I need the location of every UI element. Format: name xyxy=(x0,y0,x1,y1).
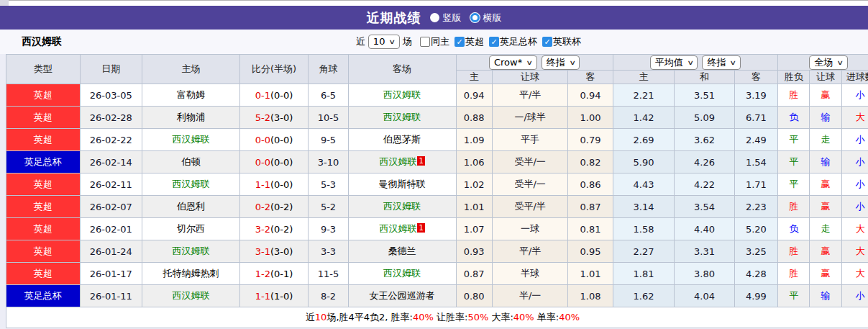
euro-draw-odds: 3.62 xyxy=(675,129,734,151)
result-handicap: 输 xyxy=(810,285,841,307)
home-team-cell: 伯恩利 xyxy=(142,196,240,218)
asia-away-odds: 1.08 xyxy=(568,285,613,307)
filter-checkbox[interactable] xyxy=(420,37,430,47)
result-goals: 大 xyxy=(841,240,868,263)
result-wdl: 胜 xyxy=(778,84,810,107)
away-team-name[interactable]: 西汉姆联 xyxy=(379,156,416,167)
result-wdl: 负 xyxy=(778,218,810,240)
league-badge-cell: 英超 xyxy=(6,263,81,285)
away-team-name[interactable]: 西汉姆联 xyxy=(383,89,421,100)
result-handicap: 输 xyxy=(810,151,841,173)
euro-draw-odds: 4.22 xyxy=(675,173,734,196)
away-team-name[interactable]: 女王公园巡游者 xyxy=(370,290,435,301)
fulltime-score: 5-2 xyxy=(255,112,270,123)
home-team-name[interactable]: 富勒姆 xyxy=(177,89,205,100)
asia-handicap-line: 受平/半 xyxy=(492,196,568,218)
fulltime-score: 0-1 xyxy=(255,90,270,101)
halftime-score: (0-1) xyxy=(270,269,293,279)
filter-checkbox[interactable]: ✓ xyxy=(454,37,465,47)
league-badge-cell: 英超 xyxy=(6,240,81,263)
halftime-score: (3-0) xyxy=(270,112,293,123)
match-date: 26-02-14 xyxy=(80,151,142,173)
col-header-score: 比分(半场) xyxy=(239,55,309,84)
away-team-name[interactable]: 西汉姆联 xyxy=(383,112,421,122)
home-team-name[interactable]: 伯顿 xyxy=(181,156,200,167)
scope-select[interactable]: 全场 ∨ xyxy=(809,55,848,70)
home-team-name[interactable]: 托特纳姆热刺 xyxy=(163,268,219,279)
summary-stat-label: 场,胜4平4负2, 胜率: xyxy=(326,312,413,323)
halftime-score: (0-0) xyxy=(270,135,293,145)
asia-away-odds: 0.79 xyxy=(568,129,613,151)
euro-home-odds: 1.58 xyxy=(613,218,674,240)
check-icon: ✓ xyxy=(544,38,550,46)
euro-away-odds: 2.23 xyxy=(734,196,777,218)
result-wdl-value: 胜 xyxy=(789,201,798,212)
asia-handicap-line: 平/半 xyxy=(492,84,568,107)
col-header-type: 类型 xyxy=(6,55,81,84)
table-row: 英足总杯26-02-14伯顿0-0(0-0)3-10西汉姆联11.06受半/一0… xyxy=(6,151,868,173)
away-team-name[interactable]: 曼彻斯特联 xyxy=(379,179,426,189)
filter-checkbox[interactable]: ✓ xyxy=(489,37,499,47)
result-goals-value: 小 xyxy=(856,201,865,212)
corner-cell: 3-3 xyxy=(309,240,348,263)
result-goals: 大 xyxy=(841,218,868,240)
euro-away-odds: 6.71 xyxy=(734,107,777,129)
home-team-name[interactable]: 利物浦 xyxy=(177,112,205,122)
score-cell: 3-2(0-2) xyxy=(239,218,309,240)
home-team-cell: 西汉姆联 xyxy=(142,173,240,196)
euro-company-select[interactable]: 平均值 ∨ xyxy=(650,55,698,70)
home-team-name[interactable]: 西汉姆联 xyxy=(172,290,209,301)
asia-home-odds: 0.88 xyxy=(456,107,492,129)
euro-away-odds: 3.25 xyxy=(734,240,777,263)
home-team-name[interactable]: 伯恩利 xyxy=(177,201,205,212)
home-team-name[interactable]: 西汉姆联 xyxy=(172,245,209,256)
home-team-cell: 西汉姆联 xyxy=(142,240,240,263)
away-team-name[interactable]: 伯恩茅斯 xyxy=(383,134,421,145)
corner-cell: 5-3 xyxy=(309,173,348,196)
home-team-name[interactable]: 切尔西 xyxy=(177,223,205,234)
euro-away-odds: 5.20 xyxy=(734,218,777,240)
euro-draw-odds: 3.80 xyxy=(675,263,734,285)
halftime-score: (0-0) xyxy=(270,179,293,190)
summary-stat-value: 40% xyxy=(559,312,580,323)
layout-radio-horizontal[interactable]: 横版 xyxy=(470,12,502,24)
euro-type-select[interactable]: 终指 ∨ xyxy=(702,55,741,70)
layout-radio-vertical[interactable]: 竖版 xyxy=(430,12,462,24)
sub-header-result-wdl: 胜负 xyxy=(778,71,810,84)
asia-handicap-line: 一球 xyxy=(492,218,568,240)
euro-draw-odds: 3.31 xyxy=(675,240,734,263)
result-scope-header: 全场 ∨ xyxy=(778,55,868,71)
corner-cell: 8-2 xyxy=(309,285,348,307)
away-team-name[interactable]: 西汉姆联 xyxy=(383,201,421,212)
results-tbody: 英超26-03-05富勒姆0-1(0-0)6-5西汉姆联0.94平/半0.942… xyxy=(6,84,868,307)
away-team-name[interactable]: 桑德兰 xyxy=(388,245,416,256)
result-wdl-value: 平 xyxy=(789,156,798,167)
result-handicap-value: 赢 xyxy=(821,268,830,279)
asia-home-odds: 1.01 xyxy=(456,196,492,218)
summary-text: 近10场,胜4平4负2, 胜率:40% 让胜率:50% 大率:40% 单率:40… xyxy=(306,312,580,323)
layout-radio-vertical-label: 竖版 xyxy=(443,12,462,24)
asia-company-select[interactable]: Crow* ∨ xyxy=(489,55,537,70)
home-team-name[interactable]: 西汉姆联 xyxy=(172,134,209,145)
asia-home-odds: 1.06 xyxy=(456,151,492,173)
score-cell: 1-2(0-1) xyxy=(239,263,309,285)
away-team-name[interactable]: 西汉姆联 xyxy=(379,223,416,234)
euro-home-odds: 3.14 xyxy=(613,196,674,218)
match-count-select[interactable]: 10 ∨ xyxy=(368,35,400,49)
euro-home-odds: 1.81 xyxy=(613,263,674,285)
result-handicap: 赢 xyxy=(810,84,841,107)
filter-checkbox[interactable]: ✓ xyxy=(542,37,552,47)
check-icon: ✓ xyxy=(490,38,497,46)
league-badge-cell: 英足总杯 xyxy=(6,285,81,307)
table-row: 英超26-03-05富勒姆0-1(0-0)6-5西汉姆联0.94平/半0.942… xyxy=(6,84,868,107)
fulltime-score: 3-1 xyxy=(255,246,270,257)
home-team-name[interactable]: 西汉姆联 xyxy=(172,179,209,189)
result-wdl: 胜 xyxy=(778,263,810,285)
euro-draw-odds: 4.40 xyxy=(675,218,734,240)
away-team-name[interactable]: 西汉姆联 xyxy=(383,268,421,279)
chevron-down-icon: ∨ xyxy=(687,57,694,68)
result-wdl-value: 胜 xyxy=(789,89,798,100)
halftime-score: (0-2) xyxy=(270,224,293,235)
asia-away-odds: 1.00 xyxy=(568,107,613,129)
asia-type-select[interactable]: 终指 ∨ xyxy=(542,55,580,70)
